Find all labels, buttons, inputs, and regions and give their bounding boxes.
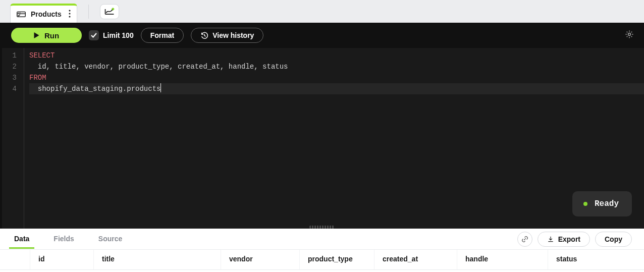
- editor-scrollbar[interactable]: [0, 48, 2, 229]
- tab-menu-button[interactable]: [67, 10, 73, 19]
- col-vendor[interactable]: vendor: [221, 250, 300, 269]
- svg-point-6: [628, 33, 631, 36]
- tab-products[interactable]: Products: [10, 4, 77, 23]
- limit-toggle[interactable]: Limit 100: [89, 30, 134, 40]
- tab-label: Products: [31, 10, 62, 18]
- line-number: 3: [0, 72, 17, 83]
- format-button[interactable]: Format: [141, 28, 184, 43]
- col-status[interactable]: status: [548, 250, 644, 269]
- status-label: Ready: [595, 198, 619, 209]
- link-icon: [521, 236, 528, 243]
- line-number: 4: [0, 83, 17, 94]
- col-id[interactable]: id: [30, 250, 94, 269]
- limit-checkbox[interactable]: [89, 30, 99, 40]
- tab-source[interactable]: Source: [93, 229, 127, 249]
- play-icon: [34, 32, 39, 38]
- svg-point-4: [69, 13, 70, 14]
- text-cursor: [160, 83, 161, 92]
- code-line[interactable]: SELECT: [29, 50, 644, 61]
- tab-data[interactable]: Data: [9, 229, 34, 249]
- results-table-header: id title vendor product_type created_at …: [0, 250, 644, 270]
- code-area[interactable]: SELECT id, title, vendor, product_type, …: [24, 48, 644, 229]
- new-chart-icon: [104, 8, 115, 16]
- status-dot: [583, 202, 587, 206]
- run-label: Run: [44, 31, 59, 40]
- code-line[interactable]: shopify_data_staging.products: [29, 83, 644, 94]
- limit-label: Limit 100: [103, 31, 134, 39]
- col-product-type[interactable]: product_type: [300, 250, 374, 269]
- gear-icon: [625, 30, 634, 39]
- results-tabs: Data Fields Source Export Copy: [0, 229, 644, 250]
- results-panel: Data Fields Source Export Copy id title …: [0, 229, 644, 272]
- col-rownum[interactable]: [0, 250, 30, 269]
- export-button[interactable]: Export: [538, 232, 590, 247]
- copy-button[interactable]: Copy: [595, 232, 632, 247]
- svg-point-2: [20, 13, 21, 14]
- line-number: 1: [0, 50, 17, 61]
- share-link-button[interactable]: [517, 232, 532, 247]
- new-tab-button[interactable]: [100, 4, 119, 19]
- history-icon: [200, 31, 208, 39]
- col-title[interactable]: title: [94, 250, 221, 269]
- line-number: 2: [0, 61, 17, 72]
- svg-point-5: [69, 16, 70, 17]
- col-handle[interactable]: handle: [457, 250, 548, 269]
- line-gutter: 1234: [0, 48, 24, 229]
- tab-bar: Products: [0, 0, 644, 23]
- check-icon: [91, 33, 97, 38]
- sql-editor[interactable]: 1234 SELECT id, title, vendor, product_t…: [0, 48, 644, 229]
- query-icon: [17, 11, 26, 18]
- svg-point-3: [69, 10, 70, 11]
- kebab-icon: [69, 10, 71, 18]
- settings-button[interactable]: [623, 28, 636, 43]
- view-history-button[interactable]: View history: [191, 28, 263, 43]
- svg-point-1: [18, 13, 19, 14]
- editor-toolbar: Run Limit 100 Format View history: [0, 23, 644, 48]
- code-line[interactable]: FROM: [29, 72, 644, 83]
- run-button[interactable]: Run: [11, 28, 82, 43]
- divider: [88, 5, 89, 19]
- status-indicator: Ready: [572, 191, 632, 216]
- download-icon: [547, 236, 554, 243]
- col-created-at[interactable]: created_at: [374, 250, 457, 269]
- resize-handle[interactable]: [309, 226, 335, 229]
- code-line[interactable]: id, title, vendor, product_type, created…: [29, 61, 644, 72]
- tab-fields[interactable]: Fields: [48, 229, 79, 249]
